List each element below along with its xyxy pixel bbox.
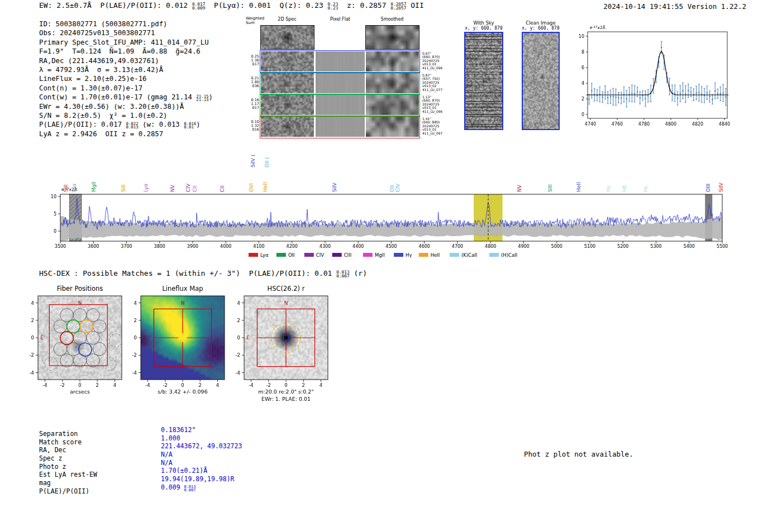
match-row-value: N/A (161, 459, 173, 467)
spec2d-row-pixelflat (316, 117, 365, 137)
chart-text: CIV (395, 183, 400, 192)
chart-text: 2 (199, 382, 202, 388)
chart-text: SiIV (332, 182, 337, 192)
detection-info-block: ID: 5003802771 (5003802771.pdf)Obs: 2024… (39, 20, 213, 138)
fiber-positions-overlay: -4-4-2-2002244NE (21, 282, 133, 401)
spec2d-row-2d (261, 73, 314, 93)
match-row-label: RA, Dec (39, 446, 161, 454)
with-sky-coords: x, y: 660, 870 (458, 26, 509, 31)
chart-text: 2 (134, 318, 137, 323)
chart-text: N (78, 300, 82, 306)
spec2d-col-title: Pixel Flat (315, 17, 365, 22)
text-segment: N/A (161, 450, 173, 458)
chart-text: 4740 (585, 122, 596, 127)
info-line: RA,Dec (221.443619,49.032761) (39, 56, 213, 65)
spec2d-row-pixelflat (316, 95, 365, 115)
info-line: S/N = 8.2(±0.5) χ² = 1.0(±0.2) (39, 111, 213, 120)
match-row-value: N/A (161, 450, 173, 458)
text-segment: 0.009 (161, 483, 184, 491)
chart-text: 5 (54, 212, 56, 217)
text-segment: Cont(n) = 1.30(±0.07)e-17 (39, 84, 142, 92)
text-segment: 1.000 (161, 434, 180, 442)
chart-text: SiII (121, 184, 126, 192)
spec2d-row-left-labels: 0.211.80036 (246, 76, 259, 88)
chart-text: 4400 (352, 244, 364, 249)
table-row: Photo zN/A (39, 463, 242, 471)
info-line: LineFlux = 2.10(±0.25)e-16 (39, 74, 213, 83)
match-details-table: Separation0.183612"Match score1.000RA, D… (39, 430, 242, 496)
chart-text: 4 (237, 300, 240, 306)
lineflux-map-caption: s/b: 3.42 +/- 0.096 (130, 389, 236, 395)
chart-text: 4500 (385, 244, 397, 249)
stacked-uncertainty: 0.0130.007 (184, 486, 196, 492)
chart-text: 2 (96, 382, 99, 388)
spec2d-col-title: Smoothed (367, 17, 417, 22)
text-segment: Cont(w) = 1.70(±0.01)e-17 (gmag 21.14 (39, 93, 196, 101)
text-segment: OII (406, 1, 423, 9)
chart-text: E (40, 335, 44, 341)
spec2d-row-right-labels: 0.87"(657, 702)20240725v013_02411_LU_077 (422, 74, 456, 92)
spec2d-row-2d (261, 95, 314, 115)
chart-text: CIII (344, 252, 351, 258)
chart-text: Hε (643, 185, 649, 192)
chart-text: -2 (163, 382, 168, 388)
chart-text: 5400 (684, 244, 695, 249)
hsc-r-caption-1: m:20.0 re:2.0" s:0.2" (233, 389, 339, 395)
hsc-r-overlay: -4-4-2-2002244NE (227, 282, 339, 401)
text-segment: P(Lyα): 0.001 Q(z): 0.23 (205, 1, 327, 9)
spec2d-row-smoothed (366, 95, 419, 115)
with-sky-title: With Sky (458, 20, 509, 26)
chart-text: 4700 (452, 244, 463, 249)
spec2d-col-title: 2D Spec (262, 17, 312, 22)
chart-text: -4 (236, 370, 240, 376)
match-row-value: 19.94(19.89,19.98)R (161, 475, 235, 483)
spec2d-row-left-labels: 0.161.17017 (246, 98, 259, 109)
chart-text: 10 (51, 194, 56, 199)
chart-text: 5500 (717, 244, 728, 249)
text-segment: LyA z = 2.9426 OII z = 0.2857 (39, 130, 163, 138)
match-row-label: Match score (39, 438, 161, 447)
chart-text: -4 (30, 370, 34, 376)
text-segment: Obs: 20240725v013_5003802771 (39, 29, 155, 37)
spec2d-panel-group: 2D SpecPixel FlatSmoothedWeightedSum0.25… (246, 17, 486, 146)
text-segment: (w: 0.013 (139, 121, 184, 128)
chart-text: 4780 (638, 122, 650, 127)
info-line: Primary Spec_Slot_IFU_AMP: 411_014_077_L… (39, 38, 213, 47)
chart-text: Hδ (622, 185, 627, 192)
line-fit-zoom-chart: 0246810474047604780480048204840e-17x2Å (570, 20, 748, 132)
text-segment: (r) (350, 269, 367, 277)
chart-text: 3600 (88, 244, 99, 249)
chart-text: 5000 (551, 244, 562, 249)
text-segment: z: 0.2857 (338, 1, 390, 9)
text-segment: 19.94(19.89,19.98)R (161, 475, 235, 483)
text-segment: 221.443672, 49.032723 (161, 442, 242, 450)
chart-text: SIII (547, 184, 553, 192)
chart-text: 4 (216, 382, 219, 388)
info-line: EWr = 4.30(±0.56) (w: 3.20(±0.38))Å (39, 102, 213, 111)
text-segment: EW: 2.5±0.7Å P(LAE)/P(OII): 0.012 (39, 1, 192, 9)
info-line: ID: 5003802771 (5003802771.pdf) (39, 20, 213, 28)
lineflux-map-overlay: -4-4-2-2002244NE (124, 282, 236, 401)
table-row: Spec zN/A (39, 454, 242, 463)
chart-text: 5300 (650, 244, 661, 249)
chart-text: 2 (237, 318, 240, 323)
chart-text: (H)CaII (501, 252, 517, 258)
chart-text: 0 (78, 382, 81, 388)
chart-text: -4 (42, 382, 47, 388)
fiber-positions-panel: Fiber Positions -4-4-2-2002244NE arcsecs (21, 282, 133, 404)
chart-text: (K)CaII (461, 252, 477, 258)
match-row-label: Spec z (39, 454, 161, 463)
info-line: P(LAE)/P(OII): 0.017 0.0220.013 (w: 0.01… (39, 120, 213, 129)
text-segment: F=1.9" T=0.124 N̄=1.09 Ā=0.88 ḡ=24.6 (39, 47, 201, 55)
chart-text: 3800 (154, 244, 165, 249)
spec2d-row-smoothed (366, 117, 419, 137)
chart-text: 5100 (584, 244, 595, 249)
chart-text: 3500 (55, 244, 66, 249)
stacked-uncertainty: 0.0170.009 (192, 3, 205, 10)
chart-text: 0 (54, 229, 56, 234)
chart-text: 2 (302, 382, 305, 388)
chart-text: 0 (284, 382, 287, 388)
chart-text: 4820 (692, 122, 703, 127)
chart-text: CII (192, 185, 198, 192)
text-segment: LineFlux = 2.10(±0.25)e-16 (39, 75, 147, 83)
